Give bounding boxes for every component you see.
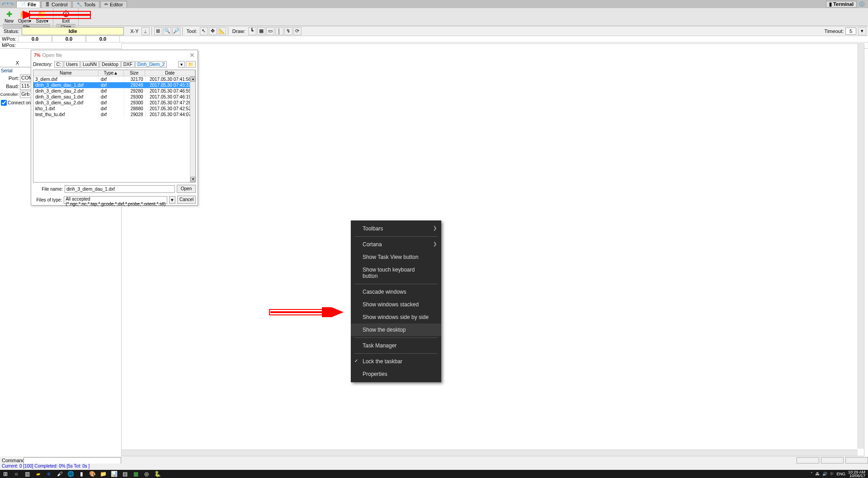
open-button[interactable]: 📂 Open▾ [16, 9, 33, 24]
taskbar-app-4[interactable]: ▮ [76, 470, 87, 478]
info-icon[interactable]: ⓘ [859, 1, 864, 8]
dialog-titlebar[interactable]: 7% Open file ✕ [31, 50, 198, 60]
taskbar-app-6[interactable]: 📊 [108, 470, 119, 478]
ctx-toolbars[interactable]: Toolbars❯ [351, 222, 441, 235]
zoom-out-icon[interactable]: 🔎 [172, 27, 180, 35]
breadcrumb-luunn[interactable]: LuuNN [80, 61, 99, 68]
new-button[interactable]: ✚ New [3, 9, 15, 24]
ctx-cascade-windows[interactable]: Cascade windows [351, 286, 441, 298]
canvas-scroll-horizontal[interactable] [122, 450, 858, 456]
cortana-icon[interactable]: ○ [11, 470, 22, 478]
command-input[interactable] [24, 457, 121, 464]
controller-value[interactable]: Grb [20, 91, 32, 98]
draw-line-icon[interactable]: │ [275, 27, 283, 35]
taskbar-app-1[interactable]: ▰ [33, 470, 43, 478]
explorer-icon[interactable]: 📁 [98, 470, 108, 478]
canvas-area[interactable] [121, 43, 864, 456]
draw-path-icon[interactable]: ↯ [284, 27, 292, 35]
taskview-icon[interactable]: ▥ [22, 470, 33, 478]
breadcrumb-desktop[interactable]: Desktop [99, 61, 121, 68]
taskbar-app-5[interactable]: 🎨 [87, 470, 98, 478]
measure-tool-icon[interactable]: 📐 [218, 27, 226, 35]
col-name[interactable]: Name [33, 70, 99, 76]
menu-tab-control[interactable]: 🎛Control [41, 1, 71, 8]
extra-box-3[interactable] [845, 457, 868, 464]
undo-icon[interactable]: ↶ [2, 1, 6, 7]
edge-icon[interactable]: e [43, 470, 54, 478]
ctx-show-the-desktop[interactable]: Show the desktop [351, 323, 441, 336]
draw-axis-icon[interactable]: ┗ [248, 27, 256, 35]
open-file-button[interactable]: Open [177, 185, 196, 193]
timeout-dropdown-icon[interactable]: ▾ [858, 27, 866, 35]
file-row[interactable]: 3_diem.dxfdxf321702017.05.30 07:41:58 [33, 76, 195, 82]
menu-tab-file[interactable]: 📄File [16, 1, 40, 8]
start-button[interactable]: ⊞ [0, 470, 11, 478]
col-date[interactable]: Date [145, 70, 195, 76]
draw-grid-icon[interactable]: ▦ [257, 27, 265, 35]
port-value[interactable]: COM [20, 75, 32, 82]
ctx-show-touch-keyboard-button[interactable]: Show touch keyboard button [351, 263, 441, 282]
file-row[interactable]: dinh_3_diem_dau_1.dxfdxf292492017.05.30 … [33, 82, 195, 88]
filename-input[interactable] [65, 185, 175, 193]
taskbar-app-2[interactable]: 🖌 [54, 470, 65, 478]
ctx-show-task-view-button[interactable]: Show Task View button [351, 251, 441, 263]
xy-toggle-icon[interactable]: ⟂ [142, 27, 150, 35]
baud-value[interactable]: 115 [20, 83, 32, 90]
file-row[interactable]: kho_1.dxfdxf288802017.05.30 07:42:52 [33, 106, 195, 112]
taskbar-app-7[interactable]: ▤ [119, 470, 130, 478]
dir-dropdown-icon[interactable]: ▾ [178, 61, 185, 68]
ctx-task-manager[interactable]: Task Manager [351, 339, 441, 352]
save-button[interactable]: 📁 Save▾ [34, 9, 50, 24]
scroll-up-icon[interactable]: ▴ [190, 76, 195, 82]
file-list-scrollbar[interactable]: ▴ ▾ [190, 76, 195, 182]
file-row[interactable]: dinh_3_diem_sau_1.dxfdxf293002017.05.30 … [33, 94, 195, 100]
taskbar-app-10[interactable]: 🐍 [152, 470, 163, 478]
breadcrumb-dinhdiem2[interactable]: Dinh_Diem_2 [135, 61, 167, 68]
menu-tab-editor[interactable]: ✏Editor [100, 1, 127, 8]
tray-volume-icon[interactable]: 🔊 [822, 472, 827, 476]
canvas-scroll-vertical[interactable] [858, 44, 864, 449]
exit-button[interactable]: ⏻ Exit [60, 9, 72, 24]
dialog-close-icon[interactable]: ✕ [189, 52, 195, 59]
scroll-down-icon[interactable]: ▾ [190, 177, 195, 182]
taskbar-app-3[interactable]: 🌐 [65, 470, 76, 478]
zoom-fit-icon[interactable]: ⊞ [154, 27, 162, 35]
ctx-show-windows-stacked[interactable]: Show windows stacked [351, 298, 441, 311]
extra-box-1[interactable] [797, 457, 819, 464]
breadcrumb-c[interactable]: C: [54, 61, 63, 68]
pan-tool-icon[interactable]: ✥ [209, 27, 217, 35]
taskbar-app-8[interactable]: ▦ [130, 470, 141, 478]
tray-chevron-icon[interactable]: ˄ [811, 472, 813, 476]
breadcrumb-dxf[interactable]: DXF [121, 61, 135, 68]
filetype-combo[interactable]: All accepted (*.ngc,*.nc,*.tap,*.gcode,*… [64, 196, 167, 204]
breadcrumb-users[interactable]: Users [64, 61, 80, 68]
menu-tab-tools[interactable]: 🔧Tools [72, 1, 99, 8]
select-tool-icon[interactable]: ↖ [200, 27, 208, 35]
file-row[interactable]: dinh_3_diem_sau_2.dxfdxf293002017.05.30 … [33, 100, 195, 106]
terminal-button[interactable]: ▮ Terminal [826, 1, 857, 8]
extra-box-2[interactable] [821, 457, 844, 464]
col-size[interactable]: Size [124, 70, 145, 76]
ctx-show-windows-side-by-side[interactable]: Show windows side by side [351, 311, 441, 323]
tray-clock[interactable]: 10:29 AM 10/06/17 [848, 470, 865, 478]
tray-lang[interactable]: ENG [836, 472, 845, 476]
col-type[interactable]: Type▲ [99, 70, 124, 76]
ctx-cortana[interactable]: Cortana❯ [351, 238, 441, 251]
draw-refresh-icon[interactable]: ⟳ [293, 27, 302, 35]
redo-icon[interactable]: ↷ [9, 1, 14, 7]
draw-rect-icon[interactable]: ▭ [266, 27, 274, 35]
taskbar-app-9[interactable]: ◎ [141, 470, 152, 478]
tray-network-icon[interactable]: 🖧 [816, 472, 820, 476]
filetype-dropdown-icon[interactable]: ▾ [169, 196, 175, 204]
dropdown-icon[interactable]: ▾ [7, 1, 9, 7]
dir-up-icon[interactable]: 📁 [186, 61, 196, 68]
cancel-button[interactable]: Cancel [177, 196, 196, 204]
ctx-properties[interactable]: Properties [351, 368, 441, 380]
ctx-lock-the-taskbar[interactable]: Lock the taskbar✓ [351, 355, 441, 368]
connect-checkbox[interactable] [1, 100, 7, 106]
file-row[interactable]: dinh_3_diem_dau_2.dxfdxf292802017.05.30 … [33, 88, 195, 94]
timeout-input[interactable] [845, 28, 856, 35]
file-row[interactable]: test_thu_tu.dxfdxf290282017.05.30 07:44:… [33, 112, 195, 117]
zoom-in-icon[interactable]: 🔍 [163, 27, 171, 35]
tray-flag-icon[interactable]: ⚐ [830, 472, 834, 476]
